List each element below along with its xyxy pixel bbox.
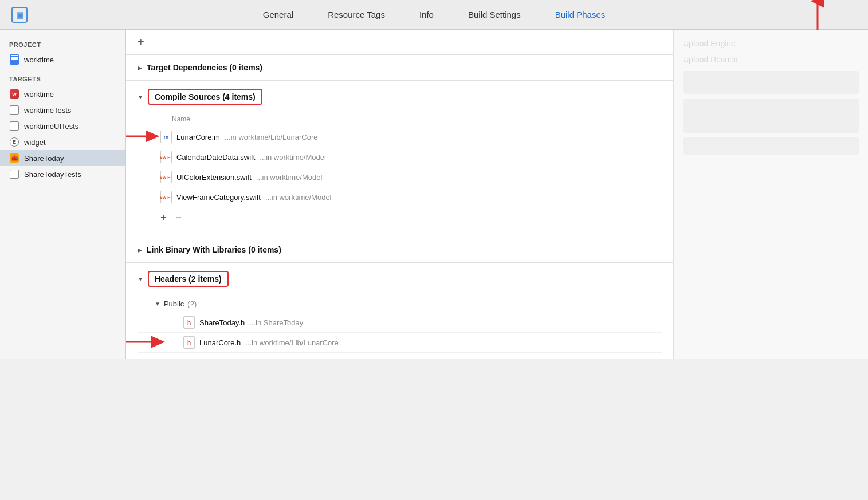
name-column-header: Name: [138, 113, 662, 127]
file-path-sharetoday-h: ...in ShareToday: [249, 318, 303, 327]
sidebar-item-sharetodaytests[interactable]: ShareTodayTests: [0, 166, 125, 182]
sharetodaytests-icon: [9, 169, 19, 179]
nav-general[interactable]: General: [263, 10, 293, 19]
file-name-lunarcore-m: LunarCore.m: [176, 133, 220, 141]
collapse-triangle-headers: ▼: [138, 276, 143, 282]
nav-build-phases[interactable]: Build Phases: [555, 10, 606, 19]
xcode-icon: ▣: [11, 7, 28, 23]
collapse-triangle-compile: ▼: [138, 94, 143, 100]
sidebar: PROJECT worktime TARGETS W worktime: [0, 30, 126, 359]
target-worktime-label: worktime: [24, 90, 54, 99]
top-bar: ▣ General Resource Tags Info Build Setti…: [0, 0, 868, 30]
file-row-lunarcore-m: m LunarCore.m ...in worktime/Lib/LunarCo…: [138, 127, 662, 147]
file-name-sharetoday-h: ShareToday.h: [199, 318, 245, 327]
nav-info[interactable]: Info: [419, 10, 434, 19]
file-icon-h-1: h: [183, 316, 195, 329]
collapse-triangle-deps: ▶: [138, 65, 142, 71]
target-widget-label: widget: [24, 138, 46, 147]
headers-section: ▼ Headers (2 items) ▼ Public (2) h Share…: [126, 263, 673, 359]
sidebar-item-worktime[interactable]: W worktime: [0, 86, 125, 102]
right-panel-placeholder3: [683, 137, 859, 155]
target-worktimetests-label: worktimeTests: [24, 106, 71, 115]
nav-build-settings[interactable]: Build Settings: [468, 10, 521, 19]
right-panel-line1: Upload Engine: [683, 39, 859, 48]
app-icon: W: [9, 89, 19, 99]
compile-sources-remove-button[interactable]: −: [176, 212, 182, 224]
link-binary-section: ▶ Link Binary With Libraries (0 items): [126, 237, 673, 263]
collapse-triangle-link: ▶: [138, 247, 142, 253]
right-panel-placeholder2: [683, 99, 859, 133]
link-binary-header[interactable]: ▶ Link Binary With Libraries (0 items): [138, 237, 662, 262]
headers-title: Headers (2 items): [148, 271, 229, 287]
uitest-icon: [9, 121, 19, 131]
targets-label: TARGETS: [0, 73, 125, 86]
content-area: + ▶ Target Dependencies (0 items) ▼ Comp…: [126, 30, 673, 359]
file-path-uicolorextension: ...in worktime/Model: [256, 173, 323, 182]
right-panel: Upload Engine Upload Results: [673, 30, 868, 359]
compile-sources-section: ▼ Compile Sources (4 items) Name: [126, 81, 673, 237]
widget-icon: E: [9, 137, 19, 147]
right-panel-line2: Upload Results: [683, 55, 859, 64]
target-dependencies-header[interactable]: ▶ Target Dependencies (0 items): [138, 55, 662, 80]
headers-header[interactable]: ▼ Headers (2 items): [138, 263, 662, 295]
compile-sources-add-button[interactable]: +: [160, 212, 167, 224]
file-path-lunarcore-h: ...in worktime/Lib/LunarCore: [245, 338, 339, 347]
file-name-calendardatedata: CalendarDateData.swift: [176, 153, 255, 162]
sidebar-item-worktimeutitests[interactable]: worktimeUITests: [0, 118, 125, 134]
compile-sources-header[interactable]: ▼ Compile Sources (4 items): [138, 81, 662, 113]
sidebar-item-worktimetests[interactable]: worktimeTests: [0, 102, 125, 118]
compile-sources-body: Name m LunarCore: [138, 113, 662, 237]
target-dependencies-title: Target Dependencies (0 items): [147, 63, 262, 72]
file-icon-swift-1: SWIFT: [160, 151, 172, 163]
file-icon-swift-3: SWIFT: [160, 191, 172, 203]
file-icon-m: m: [160, 131, 172, 143]
target-worktimeutitests-label: worktimeUITests: [24, 122, 78, 131]
add-bar: +: [126, 30, 673, 55]
public-subgroup-header: ▼ Public (2): [138, 295, 662, 313]
test-icon: [9, 105, 19, 115]
target-dependencies-section: ▶ Target Dependencies (0 items): [126, 55, 673, 81]
project-icon: [9, 54, 19, 65]
link-binary-title: Link Binary With Libraries (0 items): [147, 245, 281, 254]
sidebar-item-project[interactable]: worktime: [0, 52, 125, 68]
headers-body: ▼ Public (2) h ShareToday.h ...in ShareT…: [138, 295, 662, 359]
top-nav: General Resource Tags Info Build Setting…: [263, 10, 605, 19]
file-path-calendardatedata: ...in worktime/Model: [260, 153, 326, 162]
file-name-lunarcore-h: LunarCore.h: [199, 338, 241, 347]
file-row-sharetoday-h: h ShareToday.h ...in ShareToday: [138, 313, 662, 333]
file-name-viewframecategory: ViewFrameCategory.swift: [176, 193, 261, 202]
main-layout: PROJECT worktime TARGETS W worktime: [0, 30, 868, 359]
public-group-title: Public: [164, 300, 184, 308]
file-icon-h-2: h: [183, 336, 195, 349]
file-name-uicolorextension: UIColorExtension.swift: [176, 173, 252, 182]
file-icon-swift-2: SWIFT: [160, 171, 172, 183]
compile-sources-add-remove: + −: [138, 207, 662, 231]
compile-sources-title: Compile Sources (4 items): [148, 89, 262, 105]
public-count: (2): [187, 300, 197, 308]
nav-resource-tags[interactable]: Resource Tags: [328, 10, 385, 19]
file-path-viewframecategory: ...in worktime/Model: [265, 193, 332, 202]
file-row-lunarcore-h: h LunarCore.h ...in worktime/Lib/LunarCo…: [138, 333, 662, 353]
sidebar-item-widget[interactable]: E widget: [0, 134, 125, 150]
sharetoday-icon: 🧰: [9, 153, 19, 163]
add-phase-button[interactable]: +: [138, 36, 144, 48]
file-row-viewframecategory: SWIFT ViewFrameCategory.swift ...in work…: [138, 187, 662, 207]
target-sharetodaytests-label: ShareTodayTests: [24, 170, 81, 179]
public-triangle: ▼: [155, 301, 160, 307]
project-label: PROJECT: [0, 39, 125, 52]
sidebar-item-sharetoday[interactable]: 🧰 ShareToday: [0, 150, 125, 166]
file-row-calendardatedata: SWIFT CalendarDateData.swift ...in workt…: [138, 147, 662, 167]
project-name: worktime: [24, 56, 54, 64]
target-sharetoday-label: ShareToday: [24, 154, 64, 163]
file-path-lunarcore-m: ...in worktime/Lib/LunarCore: [225, 133, 318, 141]
arrow-lunarcore-h: [126, 334, 172, 350]
file-row-uicolorextension: SWIFT UIColorExtension.swift ...in workt…: [138, 167, 662, 187]
right-panel-placeholder1: [683, 71, 859, 94]
